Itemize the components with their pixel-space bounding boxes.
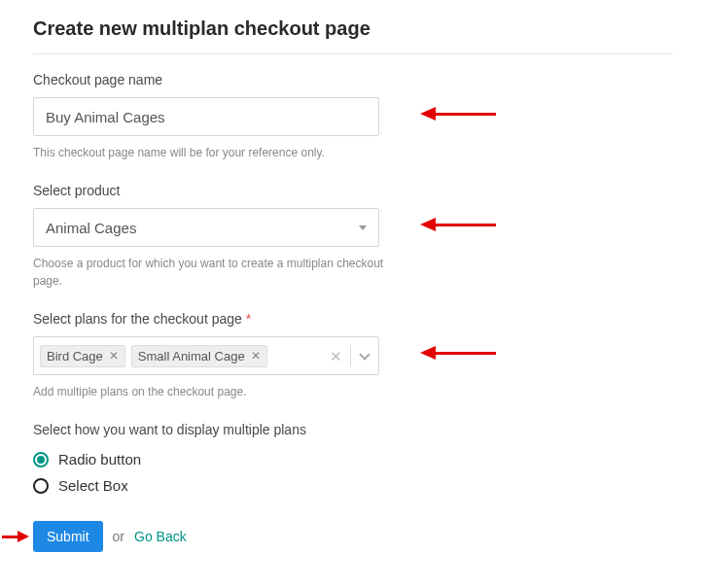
plans-label: Select plans for the checkout page *	[33, 311, 673, 327]
multiselect-controls: ✕	[322, 345, 378, 366]
display-label: Select how you want to display multiple …	[33, 422, 673, 437]
plan-chip-label: Bird Cage	[47, 349, 103, 363]
checkout-name-label: Checkout page name	[33, 72, 673, 87]
clear-all-icon[interactable]: ✕	[322, 349, 350, 363]
go-back-link[interactable]: Go Back	[134, 529, 187, 544]
plans-multiselect[interactable]: Bird Cage ✕ Small Animal Cage ✕ ✕	[33, 336, 379, 375]
page-title: Create new multiplan checkout page	[33, 17, 673, 40]
product-label: Select product	[33, 183, 673, 198]
arrow-annotation-icon	[420, 218, 496, 231]
divider	[33, 53, 673, 54]
radio-label: Select Box	[58, 477, 128, 494]
radio-label: Radio button	[58, 451, 141, 467]
product-group: Select product Animal Cages Choose a pro…	[33, 183, 673, 290]
chip-remove-icon[interactable]: ✕	[109, 350, 119, 362]
display-option-select[interactable]: Select Box	[33, 477, 673, 494]
arrow-annotation-icon	[420, 346, 496, 360]
checkout-name-helper: This checkout page name will be for your…	[33, 144, 403, 161]
display-option-radio[interactable]: Radio button	[33, 451, 673, 467]
chevron-down-icon	[359, 349, 370, 360]
required-asterisk: *	[246, 311, 251, 327]
plans-group: Select plans for the checkout page * Bir…	[33, 311, 673, 400]
arrow-annotation-icon	[2, 531, 29, 542]
plans-label-text: Select plans for the checkout page	[33, 311, 242, 327]
product-helper: Choose a product for which you want to c…	[33, 255, 403, 290]
plan-chip: Bird Cage ✕	[40, 345, 125, 367]
radio-icon	[33, 478, 49, 494]
caret-down-icon	[359, 225, 367, 230]
actions-row: Submit or Go Back	[33, 521, 673, 552]
arrow-annotation-icon	[420, 107, 496, 121]
chip-remove-icon[interactable]: ✕	[251, 350, 261, 362]
plans-helper: Add multiple plans on the checkout page.	[33, 383, 403, 400]
radio-icon	[33, 452, 49, 467]
submit-button[interactable]: Submit	[33, 521, 103, 552]
checkout-name-group: Checkout page name This checkout page na…	[33, 72, 673, 161]
display-group: Select how you want to display multiple …	[33, 422, 673, 494]
product-select[interactable]: Animal Cages	[33, 208, 379, 247]
plan-chip-label: Small Animal Cage	[138, 349, 245, 363]
product-selected-value: Animal Cages	[46, 220, 136, 236]
or-text: or	[113, 529, 124, 544]
multiselect-toggle[interactable]	[351, 354, 378, 359]
checkout-name-input[interactable]	[33, 97, 379, 136]
plan-chip: Small Animal Cage ✕	[131, 345, 267, 367]
